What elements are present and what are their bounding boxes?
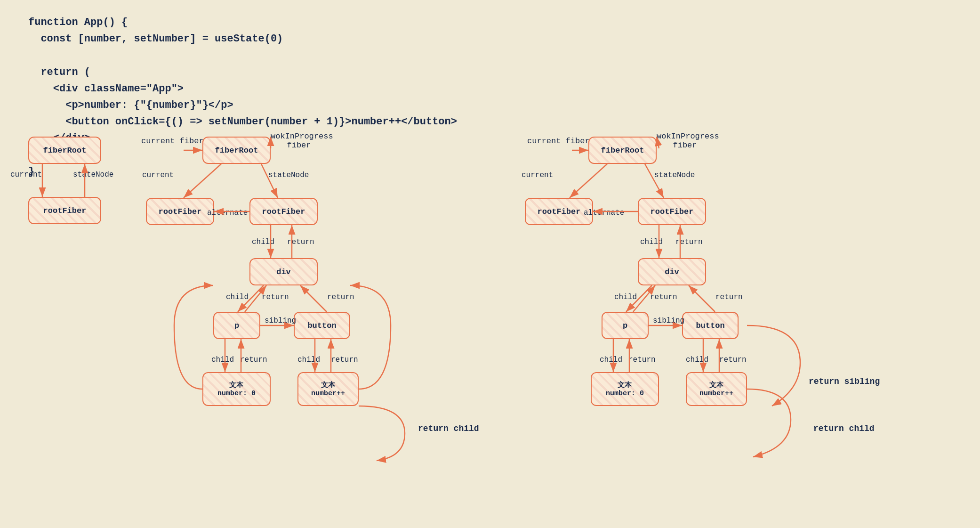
d3-rootfiber-right: rootFiber xyxy=(638,198,706,225)
d3-return-label2: return xyxy=(650,293,677,301)
d2-statenode-label: stateNode xyxy=(268,171,309,179)
return-child-label-right: return child xyxy=(813,424,875,433)
d3-current-label: current xyxy=(522,171,553,179)
d2-p: p xyxy=(213,312,260,339)
d2-return-label2: return xyxy=(262,293,289,301)
d3-return-label1: return xyxy=(675,238,703,246)
code-line-5: <div className="App"> xyxy=(28,81,457,97)
diagram1-rootfiber: rootFiber xyxy=(28,197,101,224)
d3-return-label4: return xyxy=(628,356,656,364)
svg-line-20 xyxy=(570,164,607,198)
code-line-2: const [number, setNumber] = useState(0) xyxy=(28,31,457,47)
d3-alternate-label: alternate xyxy=(584,209,624,217)
d3-div: div xyxy=(638,258,706,285)
d3-fiberroot: fiberRoot xyxy=(588,137,657,164)
d2-child-label1: child xyxy=(252,238,274,246)
d2-return-label1: return xyxy=(287,238,314,246)
d3-child-label2: child xyxy=(614,293,637,301)
return-child-label-mid: return child xyxy=(418,424,479,433)
return-sibling-label: return sibling xyxy=(809,377,880,386)
d2-wip-label: wokInProgressfiber xyxy=(271,132,327,150)
d2-child-label4: child xyxy=(297,356,320,364)
d3-button: button xyxy=(682,312,739,339)
d3-child-label4: child xyxy=(686,356,708,364)
d3-return-label3: return xyxy=(715,293,743,301)
d3-child-label3: child xyxy=(600,356,622,364)
svg-line-13 xyxy=(300,285,327,312)
d2-child-label2: child xyxy=(226,293,249,301)
d3-text1: 文本number: 0 xyxy=(591,372,659,406)
d3-rootfiber-left: rootFiber xyxy=(525,198,593,225)
d3-child-label1: child xyxy=(640,238,663,246)
diagram1-fiberroot: fiberRoot xyxy=(28,137,101,164)
d2-current-label: current xyxy=(142,171,174,179)
d2-rootfiber-left: rootFiber xyxy=(146,198,214,225)
d2-return-label3: return xyxy=(327,293,354,301)
d3-return-label5: return xyxy=(719,356,747,364)
d1-statenode-label: stateNode xyxy=(73,171,113,179)
svg-line-21 xyxy=(645,164,664,198)
d2-text2: 文本number++ xyxy=(297,372,359,406)
d2-fiberroot: fiberRoot xyxy=(202,137,271,164)
d1-current-label: current xyxy=(10,171,42,179)
code-line-6: <p>number: {"{number}"}</p> xyxy=(28,97,457,114)
d2-rootfiber-right: rootFiber xyxy=(249,198,318,225)
d3-wip-label: wokInProgressfiber xyxy=(657,132,713,150)
code-line-7: <button onClick={() => setNumber(number … xyxy=(28,114,457,130)
d3-text2: 文本number++ xyxy=(686,372,747,406)
d3-p: p xyxy=(602,312,649,339)
code-line-3 xyxy=(28,47,457,64)
d3-currentfiber-label: current fiber xyxy=(527,137,590,146)
d2-child-label3: child xyxy=(211,356,234,364)
svg-line-28 xyxy=(689,285,715,312)
code-line-1: function App() { xyxy=(28,14,457,31)
d2-button: button xyxy=(294,312,350,339)
d2-text1: 文本number: 0 xyxy=(202,372,271,406)
code-line-4: return ( xyxy=(28,64,457,81)
d2-sibling-label: sibling xyxy=(265,317,296,325)
d2-return-label4: return xyxy=(240,356,267,364)
d2-alternate-label: alternate xyxy=(207,209,248,217)
d2-return-label5: return xyxy=(331,356,358,364)
d3-sibling-label: sibling xyxy=(653,317,684,325)
d2-currentfiber-label: current fiber xyxy=(141,137,204,146)
d3-statenode-label: stateNode xyxy=(654,171,695,179)
d2-div: div xyxy=(249,258,318,285)
